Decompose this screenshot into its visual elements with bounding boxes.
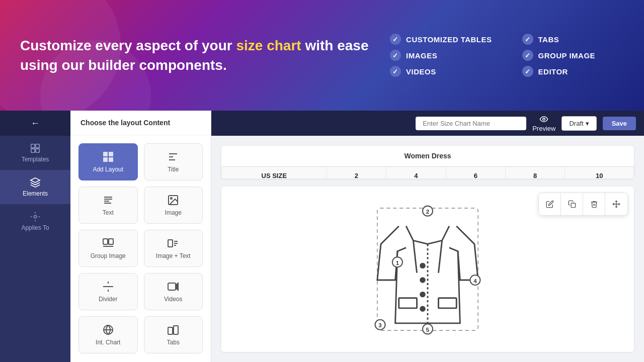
draft-button[interactable]: Draft ▾ bbox=[561, 116, 596, 131]
sidebar-item-elements[interactable]: Elements bbox=[0, 170, 70, 204]
layout-item-int-chart[interactable]: Int. Chart bbox=[78, 316, 138, 353]
move-button[interactable] bbox=[605, 193, 627, 215]
layout-item-label: Text bbox=[103, 209, 114, 216]
layout-item-label: Divider bbox=[99, 296, 117, 303]
svg-rect-13 bbox=[168, 240, 173, 247]
back-icon[interactable]: ← bbox=[31, 118, 40, 129]
sidebar-label-applies-to: Applies To bbox=[21, 224, 49, 231]
sidebar-label-elements: Elements bbox=[23, 190, 48, 197]
copy-button[interactable] bbox=[561, 193, 583, 215]
svg-rect-5 bbox=[103, 152, 108, 156]
svg-rect-22 bbox=[571, 203, 576, 208]
svg-point-25 bbox=[421, 278, 425, 283]
feature-images: ✓ IMAGES bbox=[390, 50, 492, 61]
draft-label: Draft bbox=[569, 120, 583, 127]
feature-tabs: ✓ TABS bbox=[522, 34, 624, 45]
layout-item-label: Image bbox=[165, 209, 182, 216]
svg-rect-29 bbox=[438, 298, 456, 308]
svg-rect-6 bbox=[109, 152, 113, 156]
svg-text:4: 4 bbox=[473, 278, 477, 284]
feature-videos: ✓ VIDEOS bbox=[390, 66, 492, 77]
svg-point-21 bbox=[543, 118, 545, 120]
sidebar-topbar: ← bbox=[0, 111, 70, 136]
panel-header: Choose the layout Content bbox=[70, 111, 211, 135]
col-header-6: 6 bbox=[446, 167, 505, 178]
layout-item-label: Tabs bbox=[167, 339, 180, 346]
feature-label: CUSTOMIZED TABLES bbox=[406, 35, 492, 44]
svg-rect-0 bbox=[31, 144, 35, 148]
svg-rect-11 bbox=[103, 239, 108, 244]
col-header-label: US SIZE bbox=[222, 167, 327, 178]
svg-rect-19 bbox=[168, 327, 173, 334]
layout-item-tabs[interactable]: Tabs bbox=[144, 316, 203, 353]
size-table: US SIZE 2 4 6 8 10 BUST 84 86 bbox=[221, 166, 634, 178]
layout-item-text[interactable]: Text bbox=[78, 187, 138, 224]
edit-button[interactable] bbox=[539, 193, 561, 215]
svg-rect-7 bbox=[103, 157, 108, 162]
svg-point-26 bbox=[421, 292, 425, 297]
svg-rect-23 bbox=[377, 208, 478, 330]
col-header-2: 2 bbox=[327, 167, 386, 178]
layout-item-label: Image + Text bbox=[156, 252, 191, 259]
feature-label: VIDEOS bbox=[406, 67, 436, 76]
save-label: Save bbox=[612, 120, 627, 127]
size-chart-name-input[interactable] bbox=[416, 117, 526, 130]
delete-button[interactable] bbox=[583, 193, 605, 215]
feature-label: IMAGES bbox=[406, 51, 437, 60]
check-icon: ✓ bbox=[390, 34, 401, 45]
check-icon: ✓ bbox=[522, 34, 533, 45]
float-toolbar bbox=[538, 193, 628, 216]
svg-point-27 bbox=[421, 307, 425, 311]
chevron-down-icon: ▾ bbox=[586, 120, 589, 127]
svg-rect-15 bbox=[168, 283, 176, 290]
hero-features: ✓ CUSTOMIZED TABLES ✓ TABS ✓ IMAGES ✓ GR… bbox=[390, 34, 624, 77]
main-content: Women Dress US SIZE 2 4 6 8 10 bbox=[211, 136, 644, 362]
svg-point-10 bbox=[171, 198, 172, 199]
svg-text:2: 2 bbox=[426, 209, 429, 215]
layout-item-label: Videos bbox=[164, 296, 182, 303]
feature-editor: ✓ EDITOR bbox=[522, 66, 624, 77]
app-shell: ← Templates Elements Applies bbox=[0, 111, 644, 362]
layout-item-add-layout[interactable]: Add Layout bbox=[78, 143, 138, 180]
preview-button[interactable]: Preview bbox=[532, 115, 555, 132]
table-block: Women Dress US SIZE 2 4 6 8 10 bbox=[221, 146, 634, 178]
sidebar-item-templates[interactable]: Templates bbox=[0, 136, 70, 170]
save-button[interactable]: Save bbox=[603, 117, 636, 130]
col-header-4: 4 bbox=[386, 167, 446, 178]
layout-item-title[interactable]: Title bbox=[144, 143, 203, 180]
feature-customized-tables: ✓ CUSTOMIZED TABLES bbox=[390, 34, 492, 45]
svg-rect-2 bbox=[31, 149, 35, 152]
sidebar-label-templates: Templates bbox=[22, 156, 49, 163]
layout-item-group-image[interactable]: Group Image bbox=[78, 230, 138, 267]
content-topbar: Preview Draft ▾ Save bbox=[211, 111, 644, 136]
layout-item-image[interactable]: Image bbox=[144, 187, 203, 224]
feature-group-image: ✓ GROUP IMAGE bbox=[522, 50, 624, 61]
check-icon: ✓ bbox=[522, 50, 533, 61]
elements-panel: Choose the layout Content Add Layout Tit… bbox=[70, 111, 211, 362]
feature-label: GROUP IMAGE bbox=[538, 51, 596, 60]
svg-rect-8 bbox=[109, 157, 113, 162]
layout-item-image-text[interactable]: Image + Text bbox=[144, 230, 203, 267]
feature-label: TABS bbox=[538, 35, 559, 44]
col-header-10: 10 bbox=[565, 167, 634, 178]
sidebar: ← Templates Elements Applies bbox=[0, 111, 70, 362]
check-icon: ✓ bbox=[390, 50, 401, 61]
preview-label: Preview bbox=[532, 125, 555, 132]
hero-section: Customize every aspect of your size char… bbox=[0, 0, 644, 111]
hero-headline: Customize every aspect of your size char… bbox=[20, 36, 370, 75]
svg-text:1: 1 bbox=[396, 260, 399, 266]
hero-highlight: size chart bbox=[236, 38, 301, 53]
svg-rect-28 bbox=[399, 298, 417, 308]
svg-rect-1 bbox=[36, 144, 39, 148]
svg-rect-20 bbox=[174, 326, 178, 334]
layout-item-divider[interactable]: Divider bbox=[78, 273, 138, 310]
layout-item-label: Group Image bbox=[91, 252, 126, 259]
check-icon: ✓ bbox=[522, 66, 533, 77]
svg-point-4 bbox=[34, 215, 37, 218]
layout-item-videos[interactable]: Videos bbox=[144, 273, 203, 310]
col-header-8: 8 bbox=[505, 167, 565, 178]
sidebar-item-applies-to[interactable]: Applies To bbox=[0, 204, 70, 238]
table-title: Women Dress bbox=[221, 146, 634, 166]
svg-rect-12 bbox=[109, 239, 113, 244]
feature-label: EDITOR bbox=[538, 67, 568, 76]
